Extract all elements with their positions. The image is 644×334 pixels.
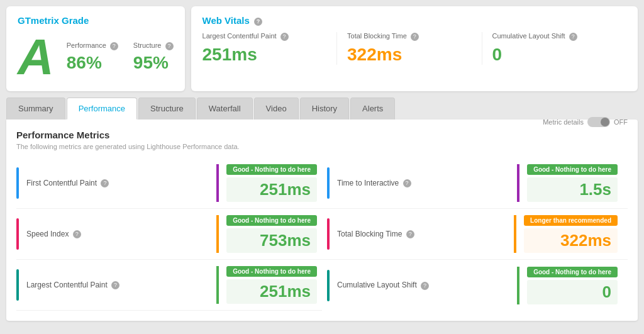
cls-value: 0 — [492, 45, 616, 65]
metric-help-icon[interactable]: ? — [101, 179, 109, 187]
performance-label: Performance ? — [67, 42, 118, 50]
metric-result: Good - Nothing to do here0 — [527, 267, 618, 304]
metric-details-label: Metric details — [543, 118, 584, 126]
lcp-help-icon[interactable]: ? — [280, 33, 289, 41]
performance-value: 86% — [67, 53, 118, 73]
tbt-label: Total Blocking Time ? — [347, 32, 471, 41]
tab-performance[interactable]: Performance — [67, 97, 137, 120]
cls-metric: Cumulative Layout Shift ? 0 — [482, 32, 626, 65]
tab-video[interactable]: Video — [254, 97, 299, 120]
metric-value: 251ms — [226, 279, 317, 304]
metric-value: 322ms — [524, 228, 618, 253]
metric-result: Good - Nothing to do here251ms — [226, 164, 317, 202]
metric-bar — [327, 167, 330, 199]
metric-name: First Contentful Paint ? — [26, 179, 209, 187]
metric-row-speed-index: Speed Index ?Good - Nothing to do here75… — [16, 209, 322, 260]
tbt-value: 322ms — [347, 45, 471, 65]
tab-waterfall[interactable]: Waterfall — [197, 97, 253, 120]
metric-value: 0 — [527, 280, 618, 304]
metric-result: Good - Nothing to do here1.5s — [527, 164, 618, 202]
metric-result: Longer than recommended322ms — [524, 215, 618, 253]
metric-badge: Good - Nothing to do here — [527, 267, 618, 277]
metric-separator — [517, 164, 519, 202]
metric-bar — [16, 269, 19, 301]
tab-structure[interactable]: Structure — [138, 97, 196, 120]
metric-badge: Good - Nothing to do here — [226, 215, 317, 226]
tab-history[interactable]: History — [300, 97, 349, 120]
metric-badge: Longer than recommended — [524, 215, 618, 226]
metric-name: Time to Interactive ? — [337, 179, 509, 187]
metric-help-icon[interactable]: ? — [406, 230, 414, 238]
tbt-metric: Total Blocking Time ? 322ms — [336, 32, 481, 65]
metric-separator — [216, 215, 219, 253]
metric-badge: Good - Nothing to do here — [226, 266, 317, 277]
metric-badge: Good - Nothing to do here — [527, 164, 618, 175]
metric-row-first-contentful-paint: First Contentful Paint ?Good - Nothing t… — [16, 158, 322, 209]
section-subtitle: The following metrics are generated usin… — [16, 143, 628, 150]
metrics-grid: First Contentful Paint ?Good - Nothing t… — [16, 158, 628, 311]
metric-help-icon[interactable]: ? — [73, 230, 81, 238]
main-content: Metric details OFF Performance Metrics T… — [6, 120, 638, 321]
tbt-help-icon[interactable]: ? — [411, 33, 419, 41]
metric-separator — [216, 164, 219, 202]
metric-row-largest-contentful-paint: Largest Contentful Paint ?Good - Nothing… — [16, 260, 322, 311]
metric-separator — [514, 215, 516, 253]
web-vitals-card: Web Vitals ? Largest Contentful Paint ? … — [191, 6, 638, 91]
metric-help-icon[interactable]: ? — [421, 282, 429, 290]
metric-result: Good - Nothing to do here753ms — [226, 215, 317, 253]
metric-bar — [327, 218, 330, 250]
tabs-container: SummaryPerformanceStructureWaterfallVide… — [0, 97, 644, 120]
toggle-off-label: OFF — [614, 118, 628, 126]
metric-separator — [216, 266, 219, 304]
metric-help-icon[interactable]: ? — [111, 281, 119, 289]
metric-help-icon[interactable]: ? — [403, 179, 411, 187]
toggle-knob — [601, 118, 609, 126]
web-vitals-title: Web Vitals ? — [203, 15, 626, 26]
metric-bar — [327, 270, 330, 301]
section-title: Performance Metrics — [16, 130, 628, 140]
metric-name: Cumulative Layout Shift ? — [337, 281, 509, 289]
metric-details-switch[interactable] — [587, 117, 610, 127]
metric-name: Speed Index ? — [26, 230, 209, 238]
performance-help-icon[interactable]: ? — [110, 42, 118, 50]
metric-row-total-blocking-time: Total Blocking Time ?Longer than recomme… — [322, 209, 628, 260]
lcp-value: 251ms — [203, 45, 326, 65]
lcp-metric: Largest Contentful Paint ? 251ms — [203, 32, 336, 65]
metric-bar — [16, 167, 19, 199]
grade-title: GTmetrix Grade — [18, 15, 174, 26]
grade-card: GTmetrix Grade A Performance ? 86% Struc… — [6, 6, 185, 91]
metric-separator — [517, 267, 519, 304]
metric-row-time-to-interactive: Time to Interactive ?Good - Nothing to d… — [322, 158, 628, 209]
cls-help-icon[interactable]: ? — [569, 33, 577, 41]
metric-name: Largest Contentful Paint ? — [26, 281, 209, 289]
cls-label: Cumulative Layout Shift ? — [492, 32, 616, 41]
grade-letter: A — [18, 32, 54, 82]
metric-value: 251ms — [226, 177, 317, 202]
metric-bar — [16, 218, 19, 250]
metric-value: 1.5s — [527, 177, 618, 202]
metric-result: Good - Nothing to do here251ms — [226, 266, 317, 304]
structure-help-icon[interactable]: ? — [165, 42, 174, 50]
metric-value: 753ms — [226, 228, 317, 253]
tab-summary[interactable]: Summary — [6, 97, 65, 120]
structure-label: Structure ? — [133, 42, 174, 50]
metric-details-toggle: Metric details OFF — [543, 117, 628, 127]
tabs-row: SummaryPerformanceStructureWaterfallVide… — [6, 97, 638, 120]
metric-name: Total Blocking Time ? — [337, 230, 506, 238]
metric-badge: Good - Nothing to do here — [226, 164, 317, 175]
metric-row-cumulative-layout-shift: Cumulative Layout Shift ?Good - Nothing … — [322, 260, 628, 311]
lcp-label: Largest Contentful Paint ? — [203, 32, 326, 41]
web-vitals-help-icon[interactable]: ? — [254, 18, 262, 26]
structure-value: 95% — [133, 53, 174, 73]
tab-alerts[interactable]: Alerts — [350, 97, 395, 120]
